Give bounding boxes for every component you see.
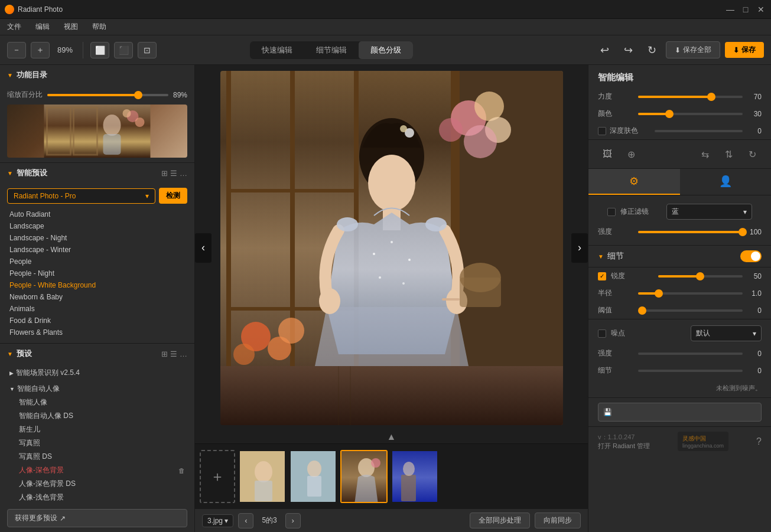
expand-filmstrip-icon[interactable]: ▲ — [387, 432, 396, 442]
menu-file[interactable]: 文件 — [5, 21, 24, 33]
tab-quick-edit[interactable]: 快速编辑 — [250, 41, 304, 59]
preset-group-portrait-header[interactable]: ▼ 智能自动人像 — [7, 382, 187, 396]
preset-item-9[interactable]: Food & Drink — [7, 315, 187, 327]
tab-detail-edit[interactable]: 细节编辑 — [304, 41, 359, 59]
get-more-button[interactable]: 获得更多预设 ↗ — [7, 509, 187, 527]
sub-item-real-ds[interactable]: 写真照 DS — [7, 450, 187, 464]
maximize-button[interactable]: □ — [740, 4, 751, 15]
save-button[interactable]: ⬇ 保存 — [725, 42, 764, 58]
close-button[interactable]: ✕ — [756, 4, 766, 15]
threshold-slider[interactable] — [638, 309, 743, 312]
crop-tool-button[interactable]: ⊕ — [622, 145, 640, 164]
noise-checkbox[interactable] — [598, 329, 606, 338]
sharpness-slider[interactable] — [658, 275, 743, 278]
rotate-button[interactable]: ↻ — [743, 145, 762, 164]
svg-point-48 — [255, 461, 272, 482]
sub-item-newborn[interactable]: 新生儿 — [7, 423, 187, 436]
strength-thumb — [707, 93, 715, 101]
radius-slider[interactable] — [638, 292, 743, 295]
preset-item-4[interactable]: People — [7, 256, 187, 267]
sync-button[interactable]: 向前同步 — [535, 513, 581, 528]
right-tab-sliders[interactable]: ⚙ — [588, 169, 680, 195]
presets-list-icon[interactable]: ☰ — [170, 350, 177, 358]
compare-button[interactable]: ⊡ — [138, 42, 157, 58]
detail-toggle[interactable] — [740, 250, 762, 262]
open-manager-link[interactable]: 打开 Radiant 管理 — [598, 442, 650, 451]
film-thumb-2[interactable] — [289, 450, 337, 503]
sub-item-portrait-ds[interactable]: 智能自动人像 DS — [7, 409, 187, 423]
zoom-slider[interactable] — [47, 94, 168, 96]
next-nav-button[interactable]: › — [285, 513, 301, 528]
minimize-button[interactable]: — — [725, 4, 736, 15]
preset-item-5[interactable]: People - Night — [7, 267, 187, 279]
presets-grid-icon[interactable]: ⊞ — [161, 350, 168, 358]
presets-more-icon[interactable]: … — [180, 350, 187, 358]
film-thumb-3[interactable] — [340, 450, 388, 503]
next-image-button[interactable]: › — [571, 233, 588, 263]
undo-button[interactable]: ↩ — [595, 42, 614, 58]
flip-h-button[interactable]: ⇆ — [695, 145, 714, 164]
window-controls: — □ ✕ — [725, 4, 766, 15]
sub-item-dark-bg[interactable]: 人像-深色背景 🗑 — [7, 464, 187, 477]
deep-skin-slider[interactable] — [655, 130, 743, 132]
strength-slider[interactable] — [638, 96, 743, 98]
preset-item-1[interactable]: Landscape — [7, 220, 187, 232]
grid-view-icon[interactable]: ⊞ — [161, 169, 168, 178]
tab-color-grade[interactable]: 颜色分级 — [359, 41, 413, 59]
more-icon[interactable]: … — [180, 169, 187, 178]
film-thumb-1[interactable] — [239, 450, 286, 503]
refresh-button[interactable]: ↻ — [642, 42, 661, 58]
menu-help[interactable]: 帮助 — [90, 21, 109, 33]
preset-item-10[interactable]: Flowers & Plants — [7, 327, 187, 338]
fit-view-button[interactable]: ⬜ — [90, 42, 109, 58]
catalog-header[interactable]: ▼ 功能目录 — [0, 65, 194, 85]
prev-image-button[interactable]: ‹ — [195, 233, 212, 263]
save-preview-button[interactable]: 💾 未检测到噪声。 — [598, 403, 762, 422]
deep-skin-checkbox-label: 深度肤色 — [598, 126, 645, 136]
sub-item-real[interactable]: 写真照 — [7, 436, 187, 450]
sub-item-dark-bg-ds[interactable]: 人像-深色背景 DS — [7, 477, 187, 491]
menu-view[interactable]: 视图 — [61, 21, 80, 33]
noise-detail-slider[interactable] — [638, 370, 743, 372]
correction-filter-dropdown[interactable]: 蓝 ▾ — [666, 204, 752, 220]
delete-icon[interactable]: 🗑 — [178, 467, 185, 474]
preset-item-6[interactable]: People - White Background — [7, 279, 187, 291]
zoom-out-button[interactable]: － — [7, 42, 26, 58]
preset-group-scene-header[interactable]: ▶ 智能场景识别 v2.5.4 — [7, 366, 187, 380]
zoom-in-button[interactable]: ＋ — [31, 42, 50, 58]
noise-dropdown[interactable]: 默认 ▾ — [691, 325, 762, 341]
redo-button[interactable]: ↪ — [619, 42, 637, 58]
prev-nav-button[interactable]: ‹ — [238, 513, 253, 528]
preset-item-0[interactable]: Auto Radiant — [7, 208, 187, 220]
file-selector[interactable]: 3.jpg ▾ — [202, 514, 233, 527]
add-photo-button[interactable]: ＋ — [200, 450, 235, 503]
preset-item-7[interactable]: Newborn & Baby — [7, 291, 187, 303]
correction-filter-checkbox[interactable] — [607, 208, 616, 216]
preview-thumbnail — [7, 105, 187, 158]
list-view-icon[interactable]: ☰ — [170, 169, 177, 178]
preset-item-3[interactable]: Landscape - Winter — [7, 244, 187, 256]
smart-preset-header[interactable]: ▼ 智能预设 ⊞ ☰ … — [0, 163, 194, 183]
presets-header[interactable]: ▼ 预设 ⊞ ☰ … — [0, 344, 194, 364]
svg-point-38 — [391, 241, 393, 243]
preset-item-2[interactable]: Landscape - Night — [7, 232, 187, 244]
image-tool-button[interactable]: 🖼 — [598, 145, 617, 164]
deep-skin-checkbox[interactable] — [598, 127, 606, 135]
help-button[interactable]: ? — [756, 436, 762, 447]
sub-item-light-bg[interactable]: 人像-浅色背景 — [7, 491, 187, 504]
right-tab-portrait[interactable]: 👤 — [680, 169, 772, 195]
film-thumb-4[interactable] — [391, 450, 438, 503]
color-slider[interactable] — [638, 113, 743, 115]
save-all-button[interactable]: ⬇ 保存全部 — [666, 41, 720, 58]
detect-button[interactable]: 检测 — [159, 188, 187, 204]
menu-edit[interactable]: 编辑 — [33, 21, 52, 33]
sync-all-button[interactable]: 全部同步处理 — [470, 513, 530, 528]
flip-v-button[interactable]: ⇅ — [719, 145, 738, 164]
split-view-button[interactable]: ⬛ — [114, 42, 133, 58]
sub-item-portrait[interactable]: 智能人像 — [7, 396, 187, 409]
preset-item-8[interactable]: Animals — [7, 303, 187, 315]
noise-strength-slider[interactable] — [638, 353, 743, 355]
preset-dropdown[interactable]: Radiant Photo - Pro ▾ — [7, 188, 155, 204]
correction-strength-slider[interactable] — [638, 231, 743, 233]
sharpness-checkbox[interactable]: ✓ — [598, 272, 606, 280]
